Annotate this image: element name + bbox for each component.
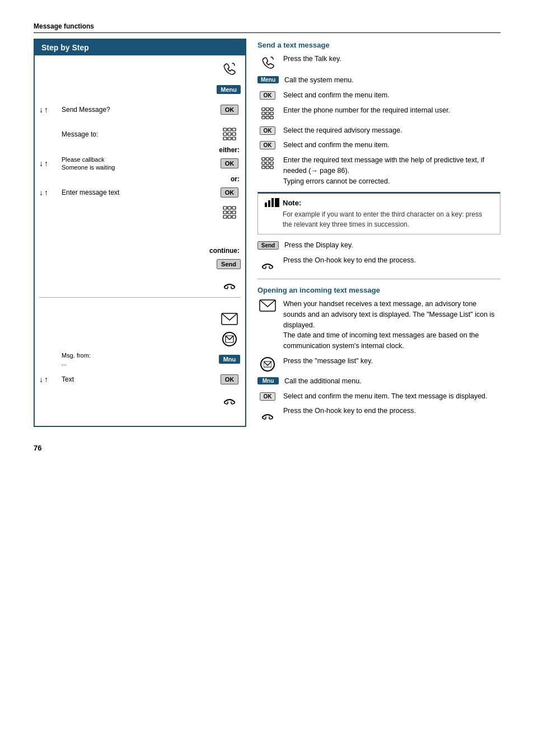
desc-ok2-text: Select the required advisory message. <box>283 125 500 136</box>
ok-btn-desc-2: OK <box>260 126 275 135</box>
ok-button-2[interactable]: OK <box>221 158 239 168</box>
desc-hook2: Press the On-hook key to end the process… <box>257 406 500 422</box>
envelope-desc-icon <box>259 299 276 312</box>
on-hook-icon-2 <box>222 392 237 407</box>
arrow-up: ↑ <box>44 105 48 114</box>
ok-btn-desc-3: OK <box>260 141 275 149</box>
desc-hook1-text: Press the On-hook key to end the process… <box>283 255 500 266</box>
circle-msg-desc-icon <box>260 357 275 372</box>
desc-mnu-text: Call the additional menu. <box>284 376 500 387</box>
step-callback: ↓ ↑ Please callbackSomeone is waiting OK <box>39 155 241 172</box>
step-by-step-panel: Step by Step Menu <box>34 39 246 427</box>
svg-rect-34 <box>270 162 274 165</box>
ok-button-1[interactable]: OK <box>221 105 239 115</box>
svg-rect-33 <box>266 162 269 165</box>
desc-ok2: OK Select the required advisory message. <box>257 125 500 136</box>
desc-keypad2-text: Enter the required text message with the… <box>283 155 500 186</box>
mnu-btn-desc: Mnu <box>257 377 279 384</box>
svg-rect-13 <box>228 211 231 214</box>
keypad-desc-icon-1 <box>260 106 275 121</box>
send-btn-desc: Send <box>257 241 279 250</box>
on-hook-icon-1 <box>222 276 237 292</box>
step-talk-key <box>39 61 241 78</box>
step-on-hook-1 <box>39 276 241 293</box>
step-circle-msg <box>39 331 241 348</box>
desc-envelope-text: When your handset receives a text messag… <box>283 299 500 351</box>
svg-rect-30 <box>266 158 269 161</box>
talk-key-icon <box>221 61 238 78</box>
ok-btn-desc-1: OK <box>260 91 275 100</box>
svg-rect-11 <box>232 206 236 209</box>
svg-rect-17 <box>232 215 236 218</box>
svg-rect-2 <box>232 128 236 131</box>
step-send: Send <box>39 256 241 273</box>
svg-rect-4 <box>228 133 231 135</box>
label-either: either: <box>39 146 241 154</box>
arrow-down: ↓ <box>39 105 43 114</box>
svg-rect-8 <box>232 137 236 140</box>
desc-ok3: OK Select and confirm the menu item. <box>257 140 500 151</box>
menu-button[interactable]: Menu <box>217 85 241 94</box>
svg-rect-1 <box>228 128 231 131</box>
svg-rect-32 <box>262 162 265 165</box>
svg-rect-21 <box>266 107 269 110</box>
desc-menu-text: Call the system menu. <box>284 75 500 86</box>
note-text: For example if you want to enter the thi… <box>265 209 493 229</box>
svg-rect-9 <box>223 206 227 209</box>
svg-rect-23 <box>262 112 265 115</box>
svg-rect-10 <box>228 206 231 209</box>
svg-rect-36 <box>266 166 269 169</box>
step-by-step-header: Step by Step <box>35 40 245 55</box>
desc-mnu: Mnu Call the additional menu. <box>257 376 500 387</box>
svg-rect-14 <box>232 211 236 214</box>
desc-keypad2: Enter the required text message with the… <box>257 155 500 186</box>
svg-rect-29 <box>262 158 265 161</box>
desc-send: Send Press the Display key. <box>257 240 500 251</box>
arrow-up-2: ↑ <box>44 159 48 168</box>
svg-rect-0 <box>223 128 227 131</box>
ok-button-3[interactable]: OK <box>221 187 239 198</box>
hook-desc-icon-1 <box>260 256 275 272</box>
section-title: Message functions <box>34 22 500 33</box>
step-enter-message: ↓ ↑ Enter message text OK <box>39 184 241 201</box>
keypad-icon-2 <box>222 205 237 220</box>
send-button[interactable]: Send <box>217 259 241 269</box>
message-list-icon[interactable] <box>222 332 237 346</box>
mnu-button[interactable]: Mnu <box>219 355 240 364</box>
desc-keypad1: Enter the phone number for the required … <box>257 105 500 121</box>
step-message-to: Message to: <box>39 126 241 143</box>
svg-rect-7 <box>228 137 231 140</box>
svg-rect-12 <box>223 211 227 214</box>
ok-btn-desc-4: OK <box>260 392 275 401</box>
desc-ok4-text: Select and confirm the menu item. The te… <box>283 391 500 402</box>
note-header: Note: <box>265 198 493 207</box>
desc-hook2-text: Press the On-hook key to end the process… <box>283 406 500 416</box>
hook-desc-icon-2 <box>260 407 275 422</box>
note-label: Note: <box>283 199 301 207</box>
keypad-desc-icon-2 <box>260 156 275 171</box>
svg-rect-31 <box>270 158 274 161</box>
label-or: or: <box>39 175 241 183</box>
svg-rect-37 <box>270 166 274 169</box>
svg-rect-5 <box>232 133 236 135</box>
svg-rect-15 <box>223 215 227 218</box>
desc-circle-msg-text: Press the "message list" key. <box>283 356 500 367</box>
desc-ok4: OK Select and confirm the menu item. The… <box>257 391 500 402</box>
note-box: Note: For example if you want to enter t… <box>257 192 500 234</box>
menu-btn-desc: Menu <box>257 76 279 83</box>
desc-talk: Press the Talk key. <box>257 54 500 71</box>
svg-rect-22 <box>270 107 274 110</box>
svg-rect-28 <box>270 116 274 119</box>
arrow-up-4: ↑ <box>44 375 48 384</box>
ok-button-4[interactable]: OK <box>221 374 239 384</box>
svg-rect-35 <box>262 166 265 169</box>
desc-menu: Menu Call the system menu. <box>257 75 500 86</box>
svg-rect-24 <box>266 112 269 115</box>
arrow-down-2: ↓ <box>39 159 43 168</box>
section1-heading: Send a text message <box>257 41 500 49</box>
desc-ok3-text: Select and confirm the menu item. <box>283 140 500 151</box>
desc-hook1: Press the On-hook key to end the process… <box>257 255 500 272</box>
instructions-panel: Send a text message Press the Talk key. … <box>246 39 500 427</box>
svg-rect-3 <box>223 133 227 135</box>
desc-circle-msg: Press the "message list" key. <box>257 356 500 372</box>
